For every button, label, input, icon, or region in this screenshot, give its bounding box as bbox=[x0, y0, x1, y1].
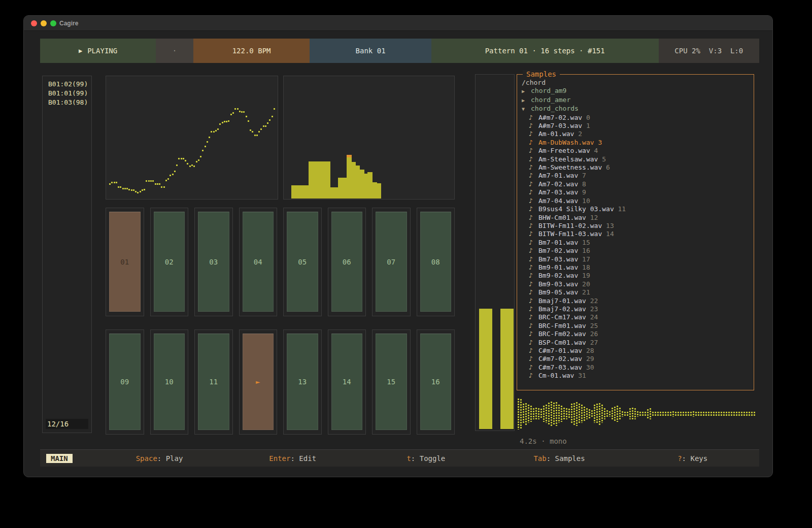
sample-file-row[interactable]: ♪Am-DubWash.wav 3 bbox=[522, 139, 754, 147]
waveform-column bbox=[657, 412, 659, 416]
sample-file-row[interactable]: ♪Bm9-03.wav 20 bbox=[522, 280, 754, 288]
sample-file-row[interactable]: ♪Am7-02.wav 8 bbox=[522, 180, 754, 188]
sample-file-row[interactable]: ♪Bm9-01.wav 18 bbox=[522, 263, 754, 272]
transport-status[interactable]: ▶PLAYING bbox=[40, 39, 156, 63]
sample-file-row[interactable]: ♪Am7-03.wav 9 bbox=[522, 188, 754, 196]
sample-file-row[interactable]: ♪BITW-Fm11-02.wav 13 bbox=[522, 222, 754, 230]
pad-label: 05 bbox=[298, 258, 307, 266]
bank-display[interactable]: Bank 01 bbox=[310, 39, 431, 63]
sample-file-row[interactable]: ♪Bm7-02.wav 16 bbox=[522, 247, 754, 255]
pattern-display[interactable]: Pattern 01 · 16 steps · #151 bbox=[431, 39, 659, 63]
sample-file-row[interactable]: ♪BRC-Fm02.wav 26 bbox=[522, 330, 754, 338]
sample-file-index: 23 bbox=[590, 305, 598, 313]
sample-file-row[interactable]: ♪Am-Sweetness.wav 6 bbox=[522, 163, 754, 172]
waveform-column bbox=[660, 412, 661, 416]
sample-file-row[interactable]: ♪C#m7-01.wav 28 bbox=[522, 347, 754, 355]
pad-10[interactable]: 10 bbox=[150, 329, 189, 435]
sample-file-row[interactable]: ♪Am-Freeto.wav 4 bbox=[522, 147, 754, 155]
waveform-column bbox=[520, 399, 522, 428]
sample-file-row[interactable]: ♪B9sus4 Silky 03.wav 11 bbox=[522, 205, 754, 213]
sample-file-index: 4 bbox=[594, 147, 598, 154]
waveform-column bbox=[667, 412, 669, 416]
minimize-window-button[interactable] bbox=[41, 20, 47, 26]
folder-chord_amer[interactable]: ▶chord_amer bbox=[522, 96, 754, 105]
sample-file-index: 7 bbox=[582, 172, 586, 179]
pad-label: 08 bbox=[431, 258, 440, 266]
sample-file-row[interactable]: ♪C#m7-03.wav 30 bbox=[522, 364, 754, 372]
waveform-column bbox=[743, 412, 745, 416]
waveform-column bbox=[693, 411, 694, 417]
sample-file-row[interactable]: ♪Bmaj7-01.wav 22 bbox=[522, 297, 754, 305]
folder-chord_am9[interactable]: ▶chord_am9 bbox=[522, 87, 754, 95]
scatter-dot bbox=[172, 174, 174, 175]
pad-05[interactable]: 05 bbox=[283, 208, 322, 316]
sample-file-name: A#m7-03.wav bbox=[538, 122, 586, 129]
sample-file-row[interactable]: ♪Bm9-02.wav 19 bbox=[522, 272, 754, 280]
waveform-column bbox=[652, 412, 654, 416]
pad-02[interactable]: 02 bbox=[150, 208, 189, 316]
pad-04[interactable]: 04 bbox=[239, 208, 278, 316]
scatter-dot bbox=[126, 188, 128, 189]
scatter-dot bbox=[111, 182, 113, 183]
zoom-window-button[interactable] bbox=[50, 20, 56, 26]
sample-file-row[interactable]: ♪Cm-01.wav 31 bbox=[522, 372, 754, 380]
bpm-display[interactable]: 122.0 BPM bbox=[193, 39, 310, 63]
sample-file-row[interactable]: ♪Bm7-01.wav 15 bbox=[522, 239, 754, 247]
scatter-dot bbox=[159, 183, 160, 185]
pad-label: 04 bbox=[254, 258, 262, 266]
sample-file-row[interactable]: ♪A#m7-02.wav 0 bbox=[522, 114, 754, 122]
pad-08[interactable]: 08 bbox=[417, 208, 455, 316]
pad-label: 03 bbox=[209, 258, 218, 266]
waveform-column bbox=[680, 412, 682, 416]
folder-chord_chords[interactable]: ▼chord_chords bbox=[522, 105, 754, 113]
pad-13[interactable]: 13 bbox=[283, 329, 322, 435]
note-icon: ♪ bbox=[529, 222, 538, 230]
pad-06[interactable]: 06 bbox=[328, 208, 366, 316]
sample-file-row[interactable]: ♪BSP-Cm01.wav 27 bbox=[522, 339, 754, 347]
scatter-dot bbox=[246, 116, 247, 117]
pad-playing-icon: ► bbox=[256, 378, 260, 386]
sample-waveform bbox=[518, 394, 757, 434]
scatter-dot bbox=[256, 135, 258, 136]
sample-file-row[interactable]: ♪Am-01.wav 2 bbox=[522, 130, 754, 138]
pad-01[interactable]: 01 bbox=[106, 208, 144, 316]
sample-file-row[interactable]: ♪Am7-04.wav 10 bbox=[522, 197, 754, 205]
scatter-dot bbox=[193, 166, 195, 167]
scatter-dot bbox=[140, 191, 141, 192]
sample-file-row[interactable]: ♪BRC-Fm01.wav 25 bbox=[522, 322, 754, 330]
pad-09[interactable]: 09 bbox=[106, 329, 144, 435]
scatter-dot bbox=[205, 146, 206, 147]
waveform-column bbox=[558, 405, 560, 423]
sample-file-row[interactable]: ♪Bm7-03.wav 17 bbox=[522, 255, 754, 263]
scatter-dot bbox=[189, 166, 191, 167]
waveform-column bbox=[624, 412, 626, 416]
sample-file-row[interactable]: ♪Bm9-05.wav 21 bbox=[522, 288, 754, 296]
note-icon: ♪ bbox=[529, 188, 538, 196]
note-icon: ♪ bbox=[529, 205, 538, 213]
pad-14[interactable]: 14 bbox=[328, 329, 366, 435]
sample-file-row[interactable]: ♪Am7-01.wav 7 bbox=[522, 172, 754, 180]
sample-file-row[interactable]: ♪Am-Steelsaw.wav 5 bbox=[522, 155, 754, 163]
sample-file-row[interactable]: ♪Bmaj7-02.wav 23 bbox=[522, 305, 754, 313]
pad-12[interactable]: ► bbox=[239, 329, 278, 435]
pad-15[interactable]: 15 bbox=[372, 329, 411, 435]
sample-file-row[interactable]: ♪BRC-Cm17.wav 24 bbox=[522, 313, 754, 321]
waveform-column bbox=[690, 412, 692, 416]
sample-file-row[interactable]: ♪A#m7-03.wav 1 bbox=[522, 122, 754, 130]
scatter-dot bbox=[118, 186, 119, 188]
scatter-dot bbox=[109, 183, 111, 185]
note-icon: ♪ bbox=[529, 263, 538, 272]
pad-11[interactable]: 11 bbox=[194, 329, 233, 435]
sample-file-row[interactable]: ♪C#m7-02.wav 29 bbox=[522, 355, 754, 363]
close-window-button[interactable] bbox=[31, 20, 37, 26]
scatter-dot bbox=[144, 189, 145, 190]
waveform-column bbox=[594, 405, 595, 423]
sample-file-row[interactable]: ♪BHW-Cm01.wav 12 bbox=[522, 214, 754, 222]
shortcut-hints: Space: PlayEnter: Editt: ToggleTab: Samp… bbox=[93, 454, 759, 463]
note-icon: ♪ bbox=[529, 230, 538, 238]
sample-file-row[interactable]: ♪BITW-Fm11-03.wav 14 bbox=[522, 230, 754, 238]
pad-07[interactable]: 07 bbox=[372, 208, 411, 316]
pad-fill: 04 bbox=[243, 212, 274, 312]
pad-16[interactable]: 16 bbox=[417, 329, 455, 435]
pad-03[interactable]: 03 bbox=[194, 208, 233, 316]
